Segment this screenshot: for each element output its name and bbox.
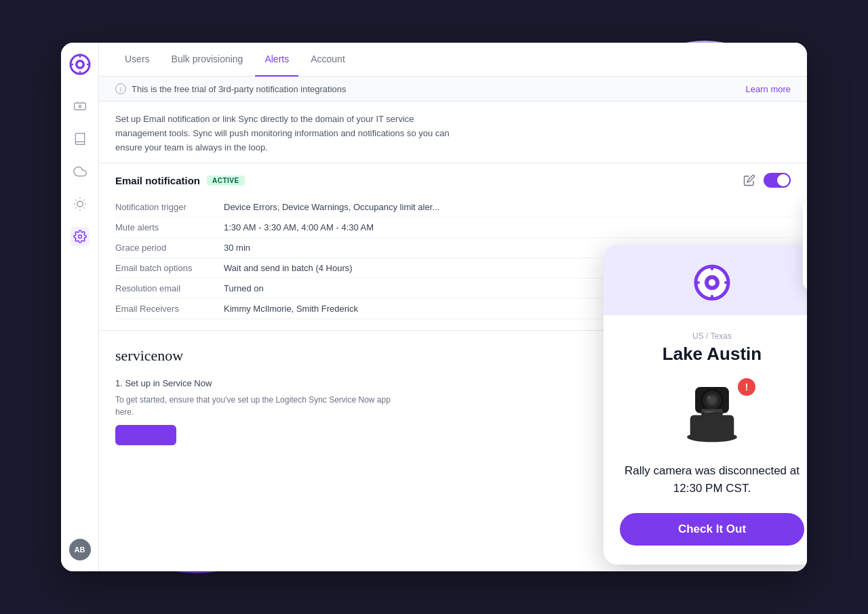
svg-point-23 [707, 396, 711, 399]
sidebar-item-settings[interactable] [71, 227, 90, 246]
edit-icon[interactable] [743, 174, 755, 186]
alert-message: Rally camera was disconnected at 12:30 P… [620, 462, 804, 497]
tabs-bar: Users Bulk provisioning Alerts Account [99, 43, 807, 77]
action-icons-card [803, 199, 807, 291]
sidebar-item-book[interactable] [71, 129, 90, 148]
detail-label: Grace period [115, 243, 224, 253]
info-icon: i [115, 83, 126, 94]
launch-button[interactable] [115, 425, 176, 445]
notification-card: US / Texas Lake Austin [604, 245, 807, 565]
user-avatar[interactable]: AB [69, 539, 91, 560]
email-notification-toggle[interactable] [764, 173, 791, 188]
detail-label: Notification trigger [115, 202, 224, 212]
device-image-container: logitech ! [671, 378, 753, 449]
info-banner-text: This is the free trial of 3rd-party noti… [132, 84, 346, 94]
table-row: Notification trigger Device Errors, Devi… [115, 197, 791, 218]
table-row: Mute alerts 1:30 AM - 3:30 AM, 4:00 AM -… [115, 218, 791, 238]
section-title-group: Email notification ACTIVE [115, 175, 245, 186]
tab-bulk-provisioning[interactable]: Bulk provisioning [162, 43, 253, 77]
detail-label: Email batch options [115, 263, 224, 273]
detail-label: Email Receivers [115, 304, 224, 314]
notification-card-body: US / Texas Lake Austin [604, 315, 807, 565]
detail-value: Device Errors, Device Warnings, Occupanc… [224, 202, 791, 212]
error-badge: ! [738, 378, 755, 396]
sidebar-logo[interactable] [69, 54, 91, 83]
email-notification-section-header: Email notification ACTIVE [99, 163, 807, 197]
sidebar-item-devices[interactable] [71, 97, 90, 116]
svg-point-4 [79, 105, 81, 107]
tab-alerts[interactable]: Alerts [255, 43, 298, 77]
sidebar-item-cloud[interactable] [71, 162, 90, 181]
info-banner: i This is the free trial of 3rd-party no… [99, 77, 807, 102]
svg-point-2 [77, 62, 82, 67]
active-badge: ACTIVE [207, 176, 245, 186]
svg-rect-16 [690, 415, 734, 437]
tab-account[interactable]: Account [301, 43, 355, 77]
svg-point-14 [709, 279, 715, 286]
section-actions [743, 173, 791, 188]
check-it-out-button[interactable]: Check It Out [620, 513, 804, 546]
page-description: Set up Email notification or link Sync d… [99, 102, 479, 163]
room-name: Lake Austin [663, 344, 762, 365]
location-text: US / Texas [692, 331, 732, 341]
tab-users[interactable]: Users [115, 43, 159, 77]
detail-label: Resolution email [115, 283, 224, 293]
learn-more-link[interactable]: Learn more [746, 84, 791, 94]
svg-text:logitech: logitech [705, 411, 713, 413]
detail-value: 1:30 AM - 3:30 AM, 4:00 AM - 4:30 AM [224, 222, 791, 232]
svg-point-6 [78, 235, 81, 239]
svg-rect-3 [74, 103, 85, 110]
email-notification-title: Email notification [115, 175, 200, 186]
detail-label: Mute alerts [115, 222, 224, 232]
sidebar-item-insights[interactable] [71, 195, 90, 213]
app-window: AB Users Bulk provisioning Alerts Accoun… [61, 43, 807, 571]
notification-card-header [604, 245, 807, 315]
sidebar: AB [61, 43, 99, 571]
svg-text:servicenow: servicenow [115, 347, 183, 364]
setup-description: To get started, ensure that you've set u… [115, 394, 400, 418]
svg-point-5 [77, 201, 82, 207]
